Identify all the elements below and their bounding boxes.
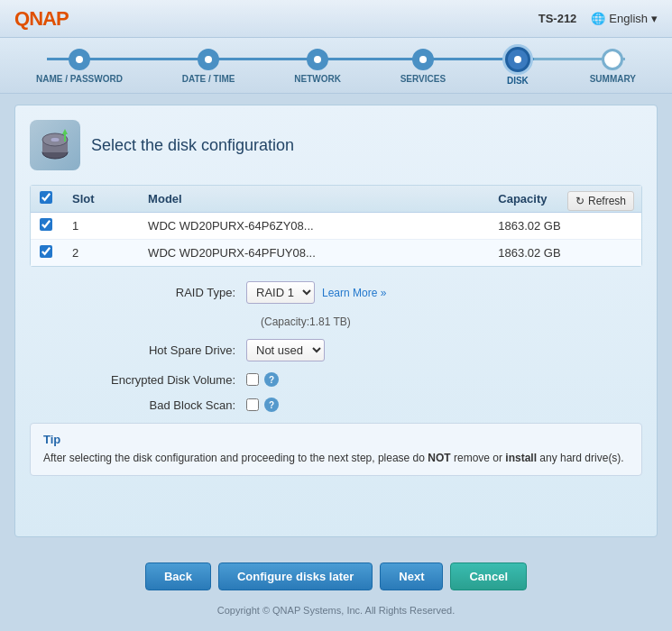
configure-later-button[interactable]: Configure disks later <box>218 562 373 590</box>
back-button[interactable]: Back <box>145 562 211 590</box>
step-inner-2 <box>205 56 212 63</box>
bad-block-scan-checkbox[interactable] <box>246 398 259 411</box>
bad-block-scan-control: ? <box>246 398 279 412</box>
tip-text: After selecting the disk configuration a… <box>43 450 629 466</box>
tip-box: Tip After selecting the disk configurati… <box>30 423 642 476</box>
tip-text-after: any hard drive(s). <box>537 452 624 464</box>
lang-arrow-icon: ▾ <box>651 12 658 25</box>
header: QNAP TS-212 🌐 English ▾ <box>0 0 672 38</box>
copyright-text: Copyright © QNAP Systems, Inc. All Right… <box>217 605 455 616</box>
step-circle-2 <box>198 49 219 70</box>
logo-q: Q <box>14 7 29 30</box>
disk2-checkbox[interactable] <box>40 245 52 258</box>
step-date-time[interactable]: DATE / TIME <box>182 49 235 84</box>
refresh-button[interactable]: ↻ Refresh <box>567 191 634 211</box>
raid-type-row: RAID Type: RAID 0 RAID 1 JBOD Single Lea… <box>30 281 642 304</box>
disk-table-container: ↻ Refresh Slot Model Capacity <box>30 185 642 267</box>
row2-capacity: 1863.02 GB <box>489 240 641 267</box>
bad-block-scan-help-icon[interactable]: ? <box>264 398 279 412</box>
cancel-button[interactable]: Cancel <box>450 562 527 590</box>
table-header-row: Slot Model Capacity <box>31 186 641 213</box>
select-all-checkbox[interactable] <box>40 191 52 204</box>
step-label-5: DISK <box>507 76 529 86</box>
row2-checkbox-cell <box>31 240 63 267</box>
page-title: Select the disk configuration <box>91 136 294 155</box>
row2-model: WDC WD20PURX-64PFUY08... <box>139 240 489 267</box>
row2-slot: 2 <box>63 240 139 267</box>
step-inner-1 <box>76 56 83 63</box>
main-content: Select the disk configuration ↻ Refresh … <box>14 105 658 537</box>
section-header: Select the disk configuration <box>30 120 642 170</box>
next-button[interactable]: Next <box>380 562 443 590</box>
globe-icon: 🌐 <box>591 12 605 25</box>
refresh-label: Refresh <box>588 195 626 207</box>
footer-buttons: Back Configure disks later Next Cancel <box>0 548 672 598</box>
step-label-6: SUMMARY <box>590 74 636 84</box>
row1-slot: 1 <box>63 213 139 240</box>
row1-capacity: 1863.02 GB <box>489 213 641 240</box>
model-label: TS-212 <box>539 12 577 25</box>
svg-marker-4 <box>62 129 68 134</box>
hot-spare-select[interactable]: Not used <box>246 339 325 361</box>
step-label-3: NETWORK <box>294 74 341 84</box>
svg-point-3 <box>51 138 60 142</box>
disk-icon-svg <box>37 127 73 163</box>
disk1-checkbox[interactable] <box>40 218 52 231</box>
logo-rest: NAP <box>29 7 68 30</box>
disk-table: Slot Model Capacity 1 WDC WD20PURX-64P6Z… <box>31 186 641 266</box>
bad-block-scan-label: Bad Block Scan: <box>84 398 246 412</box>
row1-model: WDC WD20PURX-64P6ZY08... <box>139 213 489 240</box>
encrypted-disk-label: Encrypted Disk Volume: <box>84 373 246 387</box>
encrypted-disk-row: Encrypted Disk Volume: ? <box>30 372 642 387</box>
language-label: English <box>609 12 648 25</box>
raid-type-control: RAID 0 RAID 1 JBOD Single Learn More » <box>246 281 386 304</box>
header-right: TS-212 🌐 English ▾ <box>539 12 658 25</box>
wizard-steps: NAME / PASSWORD DATE / TIME NETWORK SERV… <box>36 47 636 93</box>
step-inner-3 <box>314 56 321 63</box>
learn-more-link[interactable]: Learn More » <box>322 287 386 299</box>
step-disk[interactable]: DISK <box>505 47 530 86</box>
raid-type-label: RAID Type: <box>84 286 246 299</box>
step-name-password[interactable]: NAME / PASSWORD <box>36 49 123 84</box>
tip-text-bold2: install <box>505 452 537 464</box>
hot-spare-row: Hot Spare Drive: Not used <box>30 339 642 361</box>
raid-type-select[interactable]: RAID 0 RAID 1 JBOD Single <box>246 281 315 304</box>
step-label-2: DATE / TIME <box>182 74 235 84</box>
hot-spare-label: Hot Spare Drive: <box>84 343 246 357</box>
tip-text-middle: remove or <box>451 452 506 464</box>
step-circle-6 <box>602 49 623 70</box>
capacity-note: (Capacity:1.81 TB) <box>261 316 351 328</box>
tip-title: Tip <box>43 433 629 446</box>
col-header-checkbox <box>31 186 63 213</box>
step-label-4: SERVICES <box>400 74 446 84</box>
step-circle-3 <box>307 49 328 70</box>
tip-text-bold1: NOT <box>428 452 450 464</box>
bad-block-scan-row: Bad Block Scan: ? <box>30 398 642 412</box>
row1-checkbox-cell <box>31 213 63 240</box>
step-services[interactable]: SERVICES <box>400 49 446 84</box>
hot-spare-control: Not used <box>246 339 325 361</box>
step-inner-4 <box>419 56 427 63</box>
col-header-model: Model <box>139 186 489 213</box>
svg-rect-5 <box>64 134 66 142</box>
wizard-bar: NAME / PASSWORD DATE / TIME NETWORK SERV… <box>0 38 672 94</box>
encrypted-disk-checkbox[interactable] <box>246 373 259 386</box>
disk-config-icon <box>30 120 80 170</box>
step-network[interactable]: NETWORK <box>294 49 341 84</box>
step-circle-5 <box>505 47 530 72</box>
table-row: 2 WDC WD20PURX-64PFUY08... 1863.02 GB <box>31 240 641 267</box>
tip-text-before: After selecting the disk configuration a… <box>43 452 428 464</box>
encrypted-disk-help-icon[interactable]: ? <box>264 372 279 387</box>
step-label-1: NAME / PASSWORD <box>36 74 123 84</box>
step-circle-1 <box>69 49 90 70</box>
refresh-icon: ↻ <box>575 195 585 207</box>
logo: QNAP <box>14 7 69 31</box>
table-row: 1 WDC WD20PURX-64P6ZY08... 1863.02 GB <box>31 213 641 240</box>
step-summary[interactable]: SUMMARY <box>590 49 636 84</box>
language-selector[interactable]: 🌐 English ▾ <box>591 12 658 25</box>
encrypted-disk-control: ? <box>246 372 279 387</box>
step-circle-4 <box>412 49 434 70</box>
page-footer: Copyright © QNAP Systems, Inc. All Right… <box>0 598 672 619</box>
col-header-slot: Slot <box>63 186 139 213</box>
step-inner-5 <box>514 56 521 63</box>
